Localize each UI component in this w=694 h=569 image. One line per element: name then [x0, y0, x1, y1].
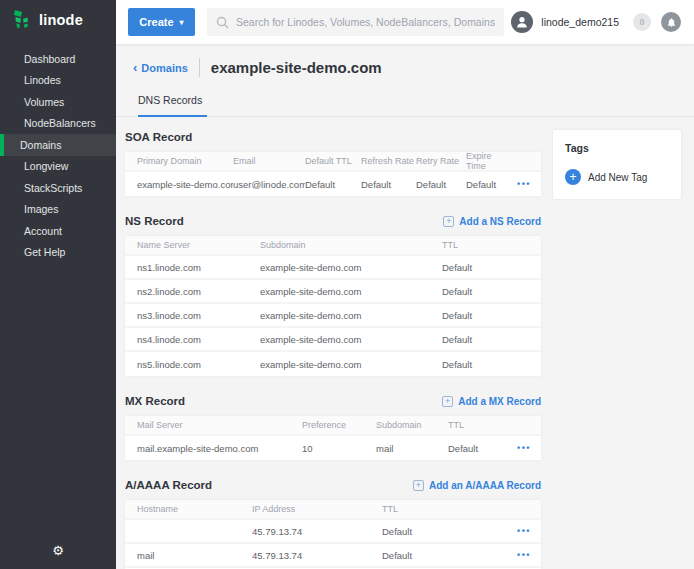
sidebar-item-domains[interactable]: Domains [0, 134, 116, 156]
sidebar-item-get-help[interactable]: Get Help [0, 242, 116, 264]
cell-name-server: ns2.linode.com [137, 286, 260, 297]
sidebar-nav: Dashboard Linodes Volumes NodeBalancers … [0, 48, 116, 263]
content-area: SOA Record Primary Domain Email Default … [116, 117, 694, 569]
cell-ttl: Default [382, 526, 462, 537]
sidebar-item-label: Linodes [24, 74, 61, 86]
username[interactable]: linode_demo215 [541, 16, 619, 28]
cell-retry-rate: Default [416, 179, 466, 190]
cell-ttl: Default [442, 262, 531, 273]
add-ns-record-link[interactable]: + Add a NS Record [443, 216, 541, 227]
ns-table: Name Server Subdomain TTL ns1.linode.com… [125, 236, 541, 376]
tags-column: Tags + Add New Tag [553, 127, 681, 569]
sidebar-item-dashboard[interactable]: Dashboard [0, 48, 116, 70]
table-row: ns5.linode.com example-site-demo.com Def… [125, 352, 541, 376]
cell-ttl: Default [382, 550, 462, 561]
user-avatar[interactable] [511, 11, 533, 33]
sidebar-item-volumes[interactable]: Volumes [0, 91, 116, 113]
cell-ttl: Default [442, 310, 531, 321]
cell-preference: 10 [302, 443, 376, 454]
back-to-domains-link[interactable]: ‹ Domains [133, 62, 188, 74]
breadcrumb: ‹ Domains example-site-demo.com [116, 44, 694, 77]
main-area: Create ▾ linode_demo215 0 [116, 0, 694, 569]
cell-expire-time: Default [466, 179, 512, 190]
gear-icon[interactable]: ⚙ [0, 543, 116, 558]
sidebar-item-images[interactable]: Images [0, 199, 116, 221]
table-row: mail.example-site-demo.com 10 mail Defau… [125, 436, 541, 460]
cell-ttl: Default [448, 443, 508, 454]
tab-bar: DNS Records [116, 90, 694, 117]
notification-count-badge[interactable]: 0 [633, 13, 651, 31]
add-mx-record-link[interactable]: + Add a MX Record [442, 396, 541, 407]
sidebar-item-label: Dashboard [24, 53, 75, 65]
back-chevron-icon: ‹ [133, 63, 137, 73]
add-link-label: Add an A/AAAA Record [429, 480, 541, 491]
table-row: example-site-demo.com user@linode.com De… [125, 172, 541, 196]
column-header: IP Address [252, 504, 382, 514]
tab-dns-records[interactable]: DNS Records [138, 94, 207, 117]
bell-icon [666, 17, 677, 28]
column-header: Retry Rate [416, 156, 466, 166]
row-actions-button[interactable]: ••• [517, 526, 531, 536]
row-actions-button[interactable]: ••• [517, 550, 531, 560]
a-aaaa-record-section: A/AAAA Record + Add an A/AAAA Record Hos… [125, 475, 541, 569]
sidebar: linode Dashboard Linodes Volumes NodeBal… [0, 0, 116, 569]
column-header: TTL [442, 240, 531, 250]
linode-logo[interactable]: linode [0, 0, 116, 38]
page-title: example-site-demo.com [211, 59, 382, 76]
plus-square-icon: + [443, 216, 454, 227]
row-actions-button[interactable]: ••• [517, 179, 531, 189]
column-header: TTL [382, 504, 462, 514]
notification-bell-button[interactable] [661, 12, 681, 32]
column-header: Refresh Rate [361, 156, 416, 166]
tags-panel-title: Tags [565, 142, 669, 154]
chevron-down-icon: ▾ [180, 18, 184, 27]
section-title: MX Record [125, 395, 185, 407]
sidebar-item-account[interactable]: Account [0, 220, 116, 242]
sidebar-item-label: Domains [20, 139, 61, 151]
column-header: TTL [448, 420, 508, 430]
table-row: 45.79.13.74 Default ••• [125, 520, 541, 544]
table-header-row: Name Server Subdomain TTL [125, 236, 541, 256]
add-new-tag-button[interactable]: + Add New Tag [565, 169, 669, 185]
soa-table: Primary Domain Email Default TTL Refresh… [125, 152, 541, 196]
sidebar-item-longview[interactable]: Longview [0, 156, 116, 178]
sidebar-item-linodes[interactable]: Linodes [0, 70, 116, 92]
sidebar-item-nodebalancers[interactable]: NodeBalancers [0, 113, 116, 135]
records-column: SOA Record Primary Domain Email Default … [125, 127, 541, 569]
breadcrumb-divider [199, 58, 200, 77]
mx-table: Mail Server Preference Subdomain TTL mai… [125, 416, 541, 460]
search-bar[interactable] [207, 8, 504, 36]
search-input[interactable] [236, 16, 495, 28]
row-actions-button[interactable]: ••• [517, 443, 531, 453]
sidebar-item-label: Volumes [24, 96, 64, 108]
ns-record-section: NS Record + Add a NS Record Name Server … [125, 211, 541, 376]
column-header: Primary Domain [137, 156, 233, 166]
table-header-row: Primary Domain Email Default TTL Refresh… [125, 152, 541, 172]
sidebar-item-label: Longview [24, 160, 68, 172]
table-header-row: Hostname IP Address TTL [125, 500, 541, 520]
brand-name: linode [39, 12, 83, 28]
create-button[interactable]: Create ▾ [128, 8, 195, 36]
cell-subdomain: example-site-demo.com [260, 334, 442, 345]
sidebar-item-label: StackScripts [24, 182, 82, 194]
table-row: ns4.linode.com example-site-demo.com Def… [125, 328, 541, 352]
cell-name-server: ns5.linode.com [137, 359, 260, 370]
cell-subdomain: example-site-demo.com [260, 310, 442, 321]
cell-email: user@linode.com [233, 179, 305, 190]
linode-logo-icon [13, 9, 32, 30]
sidebar-item-stackscripts[interactable]: StackScripts [0, 177, 116, 199]
tags-panel: Tags + Add New Tag [553, 130, 681, 199]
person-icon [515, 15, 529, 29]
table-header-row: Mail Server Preference Subdomain TTL [125, 416, 541, 436]
cell-subdomain: example-site-demo.com [260, 359, 442, 370]
cell-ttl: Default [442, 359, 531, 370]
table-row: ns2.linode.com example-site-demo.com Def… [125, 280, 541, 304]
sidebar-item-label: Images [24, 203, 58, 215]
column-header: Subdomain [260, 240, 442, 250]
column-header: Subdomain [376, 420, 448, 430]
cell-name-server: ns1.linode.com [137, 262, 260, 273]
soa-record-section: SOA Record Primary Domain Email Default … [125, 127, 541, 196]
add-a-aaaa-record-link[interactable]: + Add an A/AAAA Record [413, 480, 541, 491]
cell-name-server: ns4.linode.com [137, 334, 260, 345]
add-link-label: Add a MX Record [458, 396, 541, 407]
